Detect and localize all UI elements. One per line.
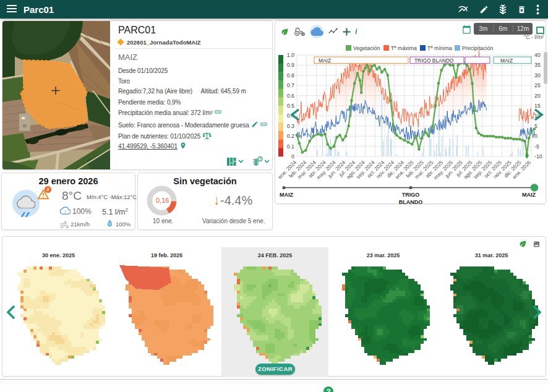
svg-text:40: 40 [534, 52, 541, 58]
svg-text:0.6: 0.6 [287, 93, 294, 99]
svg-text:Vegetación: Vegetación [353, 45, 380, 51]
svg-text:Precipitación: Precipitación [462, 45, 493, 51]
svg-text:MAIZ: MAIZ [522, 192, 536, 198]
svg-text:0,16: 0,16 [156, 197, 169, 204]
svg-text:0: 0 [291, 153, 294, 160]
svg-text:20: 20 [534, 93, 541, 99]
svg-text:0.1: 0.1 [287, 143, 294, 150]
svg-text:0.5: 0.5 [287, 103, 294, 109]
svg-text:0.2: 0.2 [287, 133, 294, 139]
svg-text:15: 15 [534, 103, 541, 109]
svg-text:0.8: 0.8 [287, 72, 294, 79]
svg-text:Tª máxima: Tª máxima [391, 45, 417, 51]
svg-text:25: 25 [534, 82, 541, 88]
svg-text:BLANDO: BLANDO [399, 199, 423, 205]
svg-text:35: 35 [534, 62, 541, 68]
svg-text:MAIZ: MAIZ [280, 192, 293, 198]
svg-text:TRIGO BLANDO: TRIGO BLANDO [414, 58, 454, 64]
svg-text:TRIGO: TRIGO [402, 192, 420, 198]
svg-text:-5: -5 [534, 143, 539, 150]
svg-text:0.3: 0.3 [287, 123, 294, 129]
svg-text:5: 5 [534, 123, 537, 129]
svg-text:Tª mínima: Tª mínima [427, 45, 452, 51]
svg-text:30: 30 [534, 72, 541, 79]
svg-text:°C - l/m²: °C - l/m² [524, 34, 544, 40]
svg-text:0.9: 0.9 [287, 62, 294, 68]
svg-text:1.0: 1.0 [287, 52, 294, 58]
svg-text:-10: -10 [534, 153, 542, 160]
svg-text:0: 0 [534, 133, 537, 139]
svg-text:MAIZ: MAIZ [319, 58, 331, 64]
svg-text:0.7: 0.7 [287, 82, 294, 88]
svg-text:MAIZ: MAIZ [500, 58, 513, 64]
